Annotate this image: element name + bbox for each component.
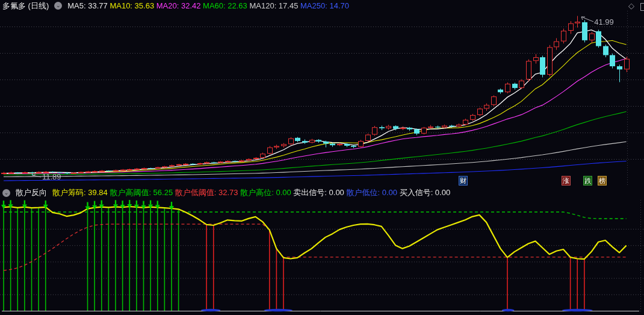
low-price-annotation: 11.89 bbox=[42, 172, 61, 181]
chart-canvas[interactable] bbox=[0, 0, 644, 315]
main-chart-header: 多氟多 (日线) ⌄ MA5: 33.77 MA10: 35.63 MA20: … bbox=[0, 0, 644, 11]
indicator-legend-item: 散户筹码: 39.84 bbox=[52, 188, 108, 197]
ma-legend-item: MA5: 33.77 bbox=[67, 1, 108, 10]
indicator-title: 散户反向 bbox=[16, 187, 47, 198]
quick-badge-button[interactable]: 涨 bbox=[562, 176, 571, 186]
chevron-down-circle-icon[interactable]: ⌄ bbox=[54, 2, 62, 10]
stock-app-window: 多氟多 (日线) ⌄ MA5: 33.77 MA10: 35.63 MA20: … bbox=[0, 0, 644, 315]
window-corner-icon[interactable] bbox=[640, 3, 644, 11]
quick-badge-button[interactable]: 跌 bbox=[583, 176, 592, 186]
ma-legend-item: MA120: 17.45 bbox=[249, 1, 298, 10]
quick-badge-button[interactable]: 榜 bbox=[598, 176, 607, 186]
indicator-legend: 散户筹码: 39.84 散户高阈值: 56.25 散户低阈值: 32.73 散户… bbox=[52, 187, 450, 198]
indicator-legend-item: 买入信号: 0.00 bbox=[400, 188, 451, 197]
indicator-legend-item: 卖出信号: 0.00 bbox=[293, 188, 344, 197]
ma-legend-item: MA10: 35.63 bbox=[110, 1, 154, 10]
chevron-down-circle-icon[interactable]: ⌄ bbox=[2, 189, 10, 197]
ma-legend-item: MA20: 32.42 bbox=[156, 1, 201, 10]
ma-legend-item: MA250: 14.70 bbox=[300, 1, 349, 10]
indicator-legend-item: 散户低位: 0.00 bbox=[346, 188, 397, 197]
indicator-legend-item: 散户低阈值: 32.73 bbox=[175, 188, 238, 197]
ma-legend: MA5: 33.77 MA10: 35.63 MA20: 32.42 MA60:… bbox=[67, 1, 349, 10]
ma-legend-item: MA60: 22.63 bbox=[203, 1, 247, 10]
quick-badge-button[interactable]: 财 bbox=[459, 176, 468, 186]
dotted-diamond-icon[interactable]: ◇ bbox=[628, 1, 634, 10]
indicator-legend-item: 散户高阈值: 56.25 bbox=[110, 188, 173, 197]
high-price-annotation: 41.99 bbox=[594, 17, 614, 27]
indicator-legend-item: 散户高位: 0.00 bbox=[240, 188, 291, 197]
stock-title: 多氟多 (日线) bbox=[2, 1, 49, 11]
indicator-header: ⌄ 散户反向 散户筹码: 39.84 散户高阈值: 56.25 散户低阈值: 3… bbox=[0, 186, 644, 199]
